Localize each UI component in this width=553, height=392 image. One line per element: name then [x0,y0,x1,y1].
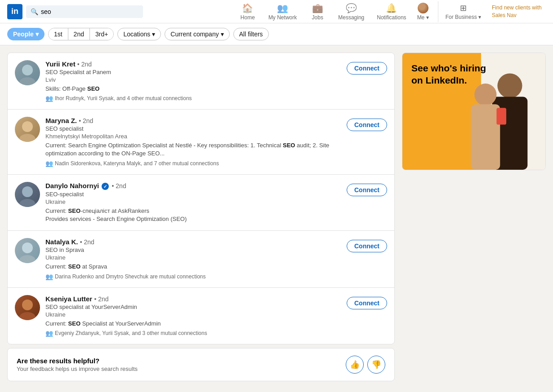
result-mutual: 👥 Evgeniy Zhdanyuk, Yurii Sysak, and 3 o… [45,330,341,337]
nav-jobs-label: Jobs [312,14,323,21]
result-name: Maryna Z. • 2nd [45,117,341,124]
thumbs-down-icon: 👎 [371,360,381,370]
connect-button[interactable]: Connect [347,184,387,196]
main-container: Yurii Kret • 2nd SEO Specialist at Panem… [0,45,553,388]
ad-card: See who's hiring on LinkedIn. [402,53,546,170]
thumbs-up-button[interactable]: 👍 [346,356,364,374]
result-mutual: 👥 Darina Rudenko and Dmytro Shevchuk are… [45,273,341,280]
result-info: Natalya K. • 2nd SEO in Sprava Ukraine C… [45,238,341,280]
thumbs-down-button[interactable]: 👎 [367,356,385,374]
svg-point-0 [22,65,33,75]
result-location: Khmelnytskyi Metropolitan Area [45,133,341,140]
filter-bar: People ▾ 1st 2nd 3rd+ Locations ▾ Curren… [0,23,553,45]
result-info: Yurii Kret • 2nd SEO Specialist at Panem… [45,60,341,102]
svg-rect-14 [497,108,507,124]
avatar [15,182,40,207]
avatar [15,60,40,85]
result-title: SEO Specialist at Panem [45,69,341,75]
nav-home[interactable]: 🏠 Home [234,1,261,22]
search-icon: 🔍 [31,8,38,15]
nav-jobs[interactable]: 💼 Jobs [304,1,331,22]
table-row: Kseniya Lutter • 2nd SEO specialist at Y… [8,288,394,344]
nav-me[interactable]: Me ▾ [414,1,433,22]
result-description: Current: SEO at Sprava [45,263,341,271]
current-company-chevron-icon: ▾ [221,31,224,38]
search-bar: 🔍 [26,5,143,18]
feedback-card: Are these results helpful? Your feedback… [7,348,395,381]
locations-filter-button[interactable]: Locations ▾ [117,28,161,40]
grid-icon: ⊞ [460,3,467,13]
all-filters-button[interactable]: All filters [233,28,269,40]
network-icon: 👥 [277,3,288,13]
degree-filter-group: 1st 2nd 3rd+ [48,28,114,40]
results-section: Yurii Kret • 2nd SEO Specialist at Panem… [7,53,395,381]
nav-network-label: My Network [268,14,297,21]
current-company-filter-button[interactable]: Current company ▾ [165,28,229,40]
table-row: Natalya K. • 2nd SEO in Sprava Ukraine C… [8,231,394,287]
feedback-subtitle: Your feedback helps us improve search re… [17,366,138,372]
connect-button[interactable]: Connect [347,297,387,309]
result-description: Current: Search Engine Optimization Spec… [45,141,341,158]
svg-point-2 [22,121,33,132]
nav-notifications[interactable]: 🔔 Notifications [371,1,411,22]
linkedin-logo[interactable]: in [7,4,22,19]
result-name: Danylo Nahornyi ✓ • 2nd [45,182,341,190]
svg-point-12 [475,84,497,106]
for-business-label: For Business ▾ [446,14,481,20]
sales-nav-link[interactable]: Find new clients with Sales Nav [492,4,546,19]
search-input[interactable] [41,8,138,15]
ad-image: See who's hiring on LinkedIn. [402,53,545,170]
connect-button[interactable]: Connect [347,62,387,75]
result-title: SEO in Sprava [45,247,341,253]
result-info: Kseniya Lutter • 2nd SEO specialist at Y… [45,295,341,337]
ad-text-overlay: See who's hiring on LinkedIn. [411,62,486,87]
result-title: SEO specialist at YourServerAdmin [45,304,341,310]
degree-2-button[interactable]: 2nd [68,28,90,40]
people-chevron-icon: ▾ [36,31,39,38]
sidebar: See who's hiring on LinkedIn. [402,53,546,381]
feedback-title: Are these results helpful? [17,357,138,365]
avatar [15,238,40,263]
mutual-connections-icon: 👥 [45,95,53,102]
svg-point-10 [498,73,522,98]
result-description: Skills: Off-Page SEO [45,85,341,93]
avatar [418,3,428,13]
result-location: Ukraine [45,311,341,318]
nav-for-business[interactable]: ⊞ For Business ▾ [438,1,485,22]
connect-button[interactable]: Connect [347,119,387,131]
notifications-icon: 🔔 [386,3,397,13]
locations-filter-label: Locations [123,31,150,38]
svg-point-1 [19,77,36,85]
connect-button[interactable]: Connect [347,240,387,252]
nav-notifications-label: Notifications [377,14,406,21]
people-filter-label: People [13,31,34,38]
degree-1-button[interactable]: 1st [49,28,68,40]
avatar [15,117,40,142]
people-filter-button[interactable]: People ▾ [7,28,45,40]
mutual-connections-icon: 👥 [45,160,53,167]
svg-point-5 [19,199,36,207]
verified-badge: ✓ [102,183,109,190]
mutual-connections-icon: 👥 [45,330,53,337]
svg-rect-13 [471,104,500,170]
avatar [15,295,40,320]
thumbs-up-icon: 👍 [350,360,360,370]
home-icon: 🏠 [242,3,253,13]
result-name: Kseniya Lutter • 2nd [45,295,341,303]
svg-point-4 [22,186,33,197]
svg-point-7 [19,255,36,263]
result-info: Danylo Nahornyi ✓ • 2nd SEO-specialist U… [45,182,341,224]
nav-network[interactable]: 👥 My Network [263,1,302,22]
header: in 🔍 🏠 Home 👥 My Network 💼 Jobs 💬 Messag… [0,0,553,23]
nav-messaging[interactable]: 💬 Messaging [333,1,370,22]
degree-3-button[interactable]: 3rd+ [90,28,113,40]
svg-point-6 [22,242,33,253]
messaging-icon: 💬 [346,3,357,13]
locations-chevron-icon: ▾ [152,31,155,38]
result-title: SEO specialist [45,125,341,132]
result-description: Current: SEO Specialist at YourServerAdm… [45,320,341,328]
svg-point-3 [19,134,36,142]
result-description: Current: SEO-спеціаліст at AskRankers Pr… [45,207,341,223]
table-row: Maryna Z. • 2nd SEO specialist Khmelnyts… [8,110,394,174]
current-company-filter-label: Current company [170,31,219,38]
